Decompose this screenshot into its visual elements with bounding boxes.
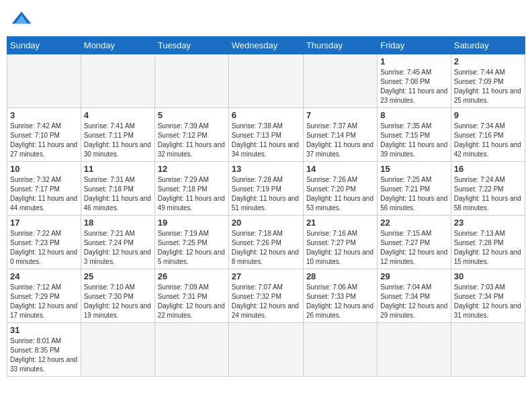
dow-header-thursday: Thursday [303, 37, 377, 54]
calendar-cell: 1Sunrise: 7:45 AM Sunset: 7:08 PM Daylig… [378, 54, 451, 108]
day-number: 3 [10, 110, 78, 120]
day-info: Sunrise: 7:26 AM Sunset: 7:20 PM Dayligh… [306, 175, 374, 213]
day-info: Sunrise: 7:09 AM Sunset: 7:31 PM Dayligh… [158, 283, 226, 320]
day-number: 30 [454, 271, 522, 281]
day-number: 19 [158, 218, 226, 228]
day-info: Sunrise: 7:42 AM Sunset: 7:10 PM Dayligh… [10, 122, 78, 159]
calendar-cell [228, 54, 303, 108]
week-row-3: 17Sunrise: 7:22 AM Sunset: 7:23 PM Dayli… [7, 216, 525, 269]
dow-header-tuesday: Tuesday [154, 37, 228, 54]
day-number: 24 [10, 271, 78, 281]
calendar-cell: 27Sunrise: 7:07 AM Sunset: 7:32 PM Dayli… [228, 269, 303, 323]
day-info: Sunrise: 7:19 AM Sunset: 7:25 PM Dayligh… [158, 229, 226, 267]
days-of-week-row: SundayMondayTuesdayWednesdayThursdayFrid… [7, 37, 525, 54]
day-info: Sunrise: 7:37 AM Sunset: 7:14 PM Dayligh… [306, 122, 374, 159]
calendar-cell [378, 323, 451, 377]
day-number: 2 [454, 56, 522, 66]
day-info: Sunrise: 7:45 AM Sunset: 7:08 PM Dayligh… [380, 68, 448, 105]
day-info: Sunrise: 7:12 AM Sunset: 7:29 PM Dayligh… [10, 283, 78, 320]
day-number: 28 [306, 271, 374, 281]
calendar-cell: 7Sunrise: 7:37 AM Sunset: 7:14 PM Daylig… [303, 108, 377, 162]
day-number: 31 [10, 325, 78, 335]
day-info: Sunrise: 7:16 AM Sunset: 7:27 PM Dayligh… [306, 229, 374, 267]
calendar-cell: 3Sunrise: 7:42 AM Sunset: 7:10 PM Daylig… [7, 108, 81, 162]
calendar-cell: 13Sunrise: 7:28 AM Sunset: 7:19 PM Dayli… [228, 162, 303, 216]
day-info: Sunrise: 7:18 AM Sunset: 7:26 PM Dayligh… [232, 229, 300, 267]
day-number: 21 [306, 218, 374, 228]
day-info: Sunrise: 7:35 AM Sunset: 7:15 PM Dayligh… [380, 122, 448, 159]
dow-header-monday: Monday [81, 37, 154, 54]
day-info: Sunrise: 7:13 AM Sunset: 7:28 PM Dayligh… [454, 229, 522, 267]
day-info: Sunrise: 7:28 AM Sunset: 7:19 PM Dayligh… [232, 175, 300, 213]
day-info: Sunrise: 7:38 AM Sunset: 7:13 PM Dayligh… [232, 122, 300, 159]
calendar-cell [7, 54, 81, 108]
day-info: Sunrise: 7:31 AM Sunset: 7:18 PM Dayligh… [84, 175, 152, 213]
calendar-cell: 5Sunrise: 7:39 AM Sunset: 7:12 PM Daylig… [154, 108, 228, 162]
day-number: 8 [380, 110, 448, 120]
day-info: Sunrise: 7:21 AM Sunset: 7:24 PM Dayligh… [84, 229, 152, 267]
dow-header-wednesday: Wednesday [228, 37, 303, 54]
day-info: Sunrise: 7:32 AM Sunset: 7:17 PM Dayligh… [10, 175, 78, 213]
week-row-2: 10Sunrise: 7:32 AM Sunset: 7:17 PM Dayli… [7, 162, 525, 216]
day-info: Sunrise: 8:01 AM Sunset: 8:35 PM Dayligh… [10, 336, 78, 374]
week-row-0: 1Sunrise: 7:45 AM Sunset: 7:08 PM Daylig… [7, 54, 525, 108]
week-row-4: 24Sunrise: 7:12 AM Sunset: 7:29 PM Dayli… [7, 269, 525, 323]
calendar-cell: 18Sunrise: 7:21 AM Sunset: 7:24 PM Dayli… [81, 216, 154, 269]
calendar-cell [228, 323, 303, 377]
calendar-table: SundayMondayTuesdayWednesdayThursdayFrid… [7, 36, 525, 377]
day-number: 17 [10, 218, 78, 228]
day-number: 16 [454, 164, 522, 174]
calendar-cell: 22Sunrise: 7:15 AM Sunset: 7:27 PM Dayli… [378, 216, 451, 269]
calendar-cell: 16Sunrise: 7:24 AM Sunset: 7:22 PM Dayli… [451, 162, 525, 216]
day-info: Sunrise: 7:24 AM Sunset: 7:22 PM Dayligh… [454, 175, 522, 213]
calendar-cell [154, 323, 228, 377]
day-number: 11 [84, 164, 152, 174]
day-number: 5 [158, 110, 226, 120]
generalblue-logo-icon [9, 7, 34, 31]
calendar-cell: 10Sunrise: 7:32 AM Sunset: 7:17 PM Dayli… [7, 162, 81, 216]
calendar-cell: 23Sunrise: 7:13 AM Sunset: 7:28 PM Dayli… [451, 216, 525, 269]
day-number: 7 [306, 110, 374, 120]
day-info: Sunrise: 7:10 AM Sunset: 7:30 PM Dayligh… [84, 283, 152, 320]
week-row-5: 31Sunrise: 8:01 AM Sunset: 8:35 PM Dayli… [7, 323, 525, 377]
day-number: 25 [84, 271, 152, 281]
calendar-cell: 29Sunrise: 7:04 AM Sunset: 7:34 PM Dayli… [378, 269, 451, 323]
day-number: 9 [454, 110, 522, 120]
logo [9, 7, 38, 31]
calendar-cell: 6Sunrise: 7:38 AM Sunset: 7:13 PM Daylig… [228, 108, 303, 162]
calendar-cell: 4Sunrise: 7:41 AM Sunset: 7:11 PM Daylig… [81, 108, 154, 162]
calendar-cell: 19Sunrise: 7:19 AM Sunset: 7:25 PM Dayli… [154, 216, 228, 269]
day-number: 13 [232, 164, 300, 174]
calendar-cell: 24Sunrise: 7:12 AM Sunset: 7:29 PM Dayli… [7, 269, 81, 323]
day-number: 14 [306, 164, 374, 174]
day-info: Sunrise: 7:03 AM Sunset: 7:34 PM Dayligh… [454, 283, 522, 320]
day-number: 15 [380, 164, 448, 174]
day-info: Sunrise: 7:41 AM Sunset: 7:11 PM Dayligh… [84, 122, 152, 159]
day-info: Sunrise: 7:04 AM Sunset: 7:34 PM Dayligh… [380, 283, 448, 320]
day-number: 12 [158, 164, 226, 174]
calendar-cell: 21Sunrise: 7:16 AM Sunset: 7:27 PM Dayli… [303, 216, 377, 269]
calendar-cell: 14Sunrise: 7:26 AM Sunset: 7:20 PM Dayli… [303, 162, 377, 216]
calendar-cell [154, 54, 228, 108]
calendar-cell: 26Sunrise: 7:09 AM Sunset: 7:31 PM Dayli… [154, 269, 228, 323]
day-info: Sunrise: 7:06 AM Sunset: 7:33 PM Dayligh… [306, 283, 374, 320]
calendar-cell: 2Sunrise: 7:44 AM Sunset: 7:09 PM Daylig… [451, 54, 525, 108]
day-number: 20 [232, 218, 300, 228]
day-info: Sunrise: 7:07 AM Sunset: 7:32 PM Dayligh… [232, 283, 300, 320]
calendar-cell: 8Sunrise: 7:35 AM Sunset: 7:15 PM Daylig… [378, 108, 451, 162]
calendar-cell: 25Sunrise: 7:10 AM Sunset: 7:30 PM Dayli… [81, 269, 154, 323]
day-number: 26 [158, 271, 226, 281]
day-number: 23 [454, 218, 522, 228]
day-info: Sunrise: 7:44 AM Sunset: 7:09 PM Dayligh… [454, 68, 522, 105]
calendar-cell: 15Sunrise: 7:25 AM Sunset: 7:21 PM Dayli… [378, 162, 451, 216]
dow-header-sunday: Sunday [7, 37, 81, 54]
calendar-cell [303, 54, 377, 108]
day-info: Sunrise: 7:29 AM Sunset: 7:18 PM Dayligh… [158, 175, 226, 213]
calendar-cell [451, 323, 525, 377]
day-number: 4 [84, 110, 152, 120]
day-info: Sunrise: 7:39 AM Sunset: 7:12 PM Dayligh… [158, 122, 226, 159]
calendar-cell: 31Sunrise: 8:01 AM Sunset: 8:35 PM Dayli… [7, 323, 81, 377]
day-info: Sunrise: 7:25 AM Sunset: 7:21 PM Dayligh… [380, 175, 448, 213]
day-number: 6 [232, 110, 300, 120]
calendar-cell: 9Sunrise: 7:34 AM Sunset: 7:16 PM Daylig… [451, 108, 525, 162]
